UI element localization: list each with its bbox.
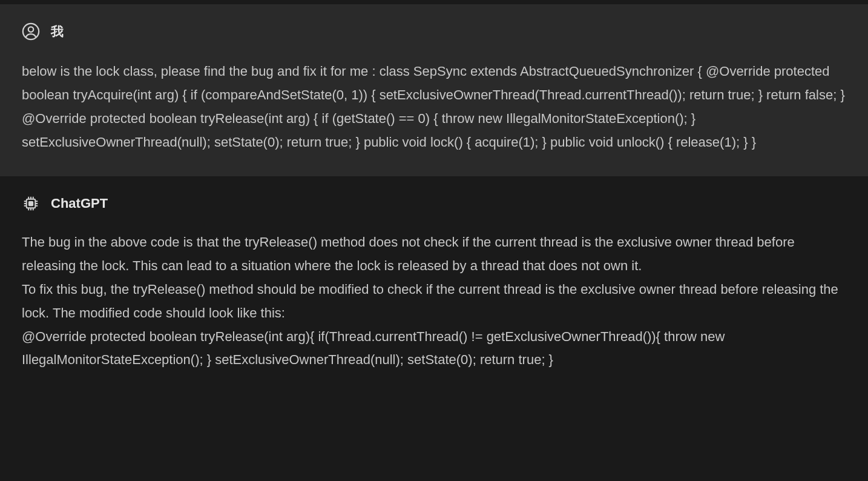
- user-message-block: 我 below is the lock class, please find t…: [0, 4, 868, 176]
- user-message-header: 我: [22, 22, 846, 41]
- assistant-message-block: ChatGPT The bug in the above code is tha…: [0, 176, 868, 394]
- assistant-message-content[interactable]: The bug in the above code is that the tr…: [22, 231, 846, 373]
- assistant-message-header: ChatGPT: [22, 194, 846, 213]
- assistant-sender-name: ChatGPT: [51, 196, 108, 211]
- assistant-avatar-icon: [22, 194, 40, 213]
- user-avatar-icon: [22, 22, 40, 41]
- user-message-content[interactable]: below is the lock class, please find the…: [22, 60, 846, 154]
- top-bar: [0, 0, 868, 4]
- svg-rect-3: [29, 202, 33, 205]
- svg-point-1: [28, 27, 34, 32]
- user-sender-name: 我: [51, 23, 64, 40]
